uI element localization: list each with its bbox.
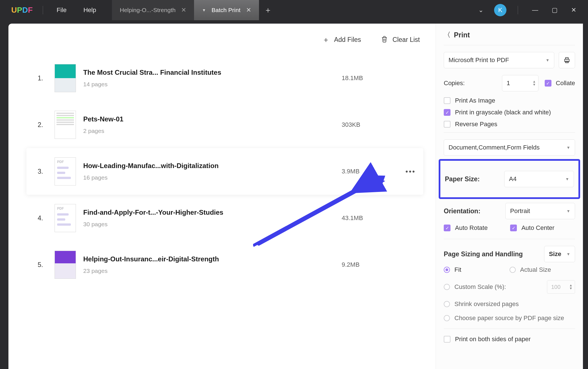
both-sides-label: Print on both sides of paper: [455, 336, 531, 343]
paper-size-highlight: Paper Size: A4 ▼: [439, 159, 580, 199]
grayscale-checkbox[interactable]: ✓: [444, 109, 450, 116]
main-menu: File Help: [46, 0, 112, 20]
caret-down-icon: ▼: [566, 145, 570, 150]
paper-size-select[interactable]: A4 ▼: [504, 171, 574, 187]
row-number: 4.: [38, 214, 52, 222]
app-logo: UPDF: [0, 0, 39, 20]
custom-scale-input[interactable]: 100 ▲▼: [547, 280, 575, 294]
maximize-button[interactable]: ▢: [549, 5, 560, 15]
custom-scale-radio[interactable]: Custom Scale (%): 100 ▲▼: [444, 280, 575, 294]
printer-settings-button[interactable]: [559, 52, 575, 68]
add-files-button[interactable]: ＋ Add Files: [322, 35, 361, 45]
choose-source-radio[interactable]: Choose paper source by PDF page size: [444, 314, 575, 322]
printer-select[interactable]: Microsoft Print to PDF ▼: [444, 52, 554, 68]
close-icon[interactable]: ✕: [246, 6, 251, 14]
file-size: 43.1MB: [342, 214, 398, 222]
choose-source-label: Choose paper source by PDF page size: [454, 314, 564, 322]
file-pages: 16 pages: [83, 174, 342, 181]
file-size: 303KB: [342, 121, 398, 128]
copies-label: Copies:: [444, 80, 465, 87]
menu-file[interactable]: File: [57, 6, 66, 14]
file-title: Helping-Out-Insuranc...eir-Digital-Stren…: [83, 255, 342, 263]
file-thumbnail: [55, 251, 76, 279]
clear-list-label: Clear List: [393, 36, 420, 44]
list-item[interactable]: 2. Pets-New-01 2 pages 303KB: [26, 101, 423, 148]
file-size: 18.1MB: [342, 74, 398, 82]
list-item[interactable]: 4. PDF Find-and-Apply-For-t...-Your-High…: [26, 195, 423, 241]
file-title: Find-and-Apply-For-t...-Your-Higher-Stud…: [83, 209, 342, 216]
content-select[interactable]: Document,Comment,Form Fields ▼: [444, 139, 575, 156]
file-title: How-Leading-Manufac...with-Digitalizatio…: [83, 162, 342, 170]
shrink-radio[interactable]: Shrink oversized pages: [444, 300, 575, 308]
divider: [444, 132, 575, 133]
file-size: 3.9MB: [342, 168, 398, 175]
radio-dot-icon: [444, 315, 450, 321]
copies-input[interactable]: 1 ▲▼: [502, 75, 539, 91]
tab-strip: Helping-O...-Strength ✕ ▼ Batch Print ✕ …: [112, 0, 277, 20]
caret-down-icon: ▼: [546, 58, 549, 62]
radio-dot-icon: [510, 267, 516, 273]
paper-size-label: Paper Size:: [445, 175, 480, 183]
minimize-button[interactable]: —: [529, 5, 541, 15]
clear-list-button[interactable]: Clear List: [381, 35, 420, 45]
menu-help[interactable]: Help: [84, 6, 96, 14]
caret-down-icon: ▼: [566, 252, 570, 256]
tab-batch-print[interactable]: ▼ Batch Print ✕: [194, 0, 259, 20]
copies-value: 1: [507, 80, 510, 87]
spinner-icon: ▲▼: [569, 284, 573, 290]
chevron-down-icon[interactable]: ⌄: [476, 5, 486, 15]
collate-label: Collate: [556, 80, 575, 87]
close-window-button[interactable]: ✕: [568, 5, 579, 15]
fit-label: Fit: [454, 266, 461, 273]
radio-dot-icon: [444, 267, 450, 273]
row-number: 5.: [38, 261, 52, 269]
separator: [518, 6, 518, 14]
list-item[interactable]: 1. The Most Crucial Stra... Financial In…: [26, 55, 423, 101]
sizing-mode-value: Size: [549, 250, 561, 258]
workspace: ＋ Add Files Clear List 1. The Most Cruci…: [8, 24, 583, 369]
grayscale-label: Print in grayscale (black and white): [455, 109, 551, 116]
actual-size-label: Actual Size: [520, 266, 551, 273]
orientation-select[interactable]: Portrait ▼: [505, 203, 575, 219]
content-select-value: Document,Comment,Form Fields: [449, 144, 540, 151]
file-title: Pets-New-01: [83, 115, 342, 123]
row-number: 3.: [38, 168, 52, 175]
close-icon[interactable]: ✕: [181, 6, 186, 14]
tab-doc-1[interactable]: Helping-O...-Strength ✕: [112, 0, 194, 20]
file-pages: 2 pages: [83, 128, 342, 134]
reverse-pages-checkbox[interactable]: [444, 121, 450, 128]
file-title: The Most Crucial Stra... Financial Insti…: [83, 69, 342, 76]
new-tab-button[interactable]: ＋: [259, 0, 277, 20]
chevron-down-icon[interactable]: ▼: [202, 8, 206, 12]
back-icon[interactable]: 〈: [444, 30, 450, 39]
sizing-header: Page Sizing and Handling: [444, 250, 523, 258]
tab-label: Batch Print: [211, 7, 240, 13]
actual-size-radio[interactable]: Actual Size: [510, 266, 575, 273]
print-as-image-label: Print As Image: [455, 97, 495, 104]
sizing-mode-select[interactable]: Size ▼: [544, 246, 575, 262]
file-size: 9.2MB: [342, 261, 398, 268]
file-pages: 23 pages: [83, 268, 342, 274]
auto-rotate-checkbox[interactable]: ✓: [444, 225, 450, 231]
plus-icon: ＋: [322, 35, 330, 45]
more-icon[interactable]: •••: [398, 167, 423, 176]
divider: [444, 45, 575, 45]
file-thumbnail: PDF: [55, 157, 76, 185]
spinner-icon[interactable]: ▲▼: [533, 80, 536, 86]
custom-scale-value: 100: [551, 284, 560, 290]
fit-radio[interactable]: Fit: [444, 266, 510, 273]
auto-center-checkbox[interactable]: ✓: [510, 225, 517, 231]
avatar[interactable]: K: [494, 4, 506, 16]
file-pages: 14 pages: [83, 81, 342, 88]
panel-header: 〈 Print: [444, 30, 575, 39]
radio-dot-icon: [444, 284, 450, 290]
caret-down-icon: ▼: [565, 177, 569, 181]
both-sides-checkbox[interactable]: [444, 336, 450, 343]
print-as-image-checkbox[interactable]: [444, 97, 450, 104]
collate-checkbox[interactable]: ✓: [545, 80, 551, 87]
list-item[interactable]: 5. Helping-Out-Insuranc...eir-Digital-St…: [26, 241, 423, 288]
file-thumbnail: [55, 64, 76, 92]
trash-icon: [381, 35, 388, 45]
list-item[interactable]: 3. PDF How-Leading-Manufac...with-Digita…: [26, 148, 423, 195]
orientation-value: Portrait: [510, 207, 530, 215]
